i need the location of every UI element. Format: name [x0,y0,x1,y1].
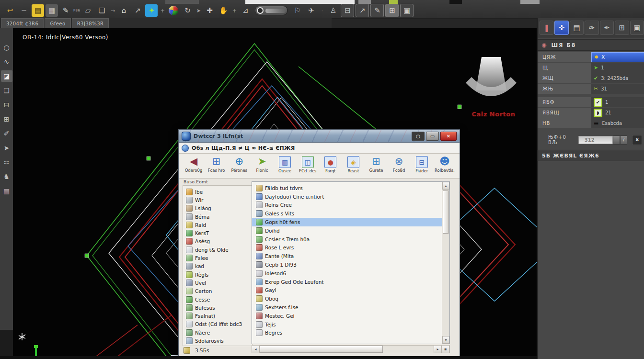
scrollbar-thumb[interactable] [443,191,449,234]
brush-tool-icon[interactable]: ✐ [1,128,12,139]
measure-icon[interactable]: ⊿ [239,4,252,17]
rotate-icon[interactable]: ↻ [181,4,194,17]
property-row-1[interactable]: Щ➤1 [538,63,644,73]
hscrollbar-thumb[interactable] [260,346,383,353]
property-row-6[interactable]: НВ▬Csabcda [538,118,644,128]
color-sphere-icon[interactable] [169,6,178,15]
dialog-tool-ousee[interactable]: ▥Ousee [274,155,296,173]
dot-icon[interactable]: · [319,4,325,17]
list-item[interactable]: Certon [185,287,252,295]
page-tool-icon[interactable]: ❏ [1,85,12,96]
horizontal-scrollbar[interactable]: ◂ ▸ ▪ [252,345,450,353]
leaf-button-icon[interactable]: ✦ [145,4,158,17]
brush-icon[interactable]: ✑ [585,21,598,35]
property-value[interactable]: ✔3: 2425bda [591,73,644,83]
panel-icon[interactable]: ▣ [630,21,644,35]
circle-tool-icon[interactable]: ○ [1,42,12,53]
arrow-tool-icon[interactable]: ➤ [1,142,12,154]
list-item[interactable]: Fäidb tud tdvrs [252,184,442,192]
list-item[interactable]: Fsalnat) [185,312,252,320]
list-item[interactable]: Règls [185,270,252,279]
marker-tool-icon[interactable]: ◪ [1,70,12,82]
list-item[interactable]: Gales s Vits [252,209,442,218]
window-maximize-button[interactable]: ▭ [426,132,439,141]
red-block-icon[interactable]: ❚ [540,21,553,35]
list-item[interactable]: deng t& Olde [185,246,252,254]
pages-icon[interactable]: ⊞ [615,21,629,35]
edit-box-icon[interactable]: ✎ [370,4,384,17]
property-row-5[interactable]: ЯВЯЩ◗21 [538,108,644,118]
scroll-left-button[interactable]: ◂ [252,346,260,353]
list-item[interactable]: Lsiáog [185,204,252,213]
list-item[interactable]: Iolesod6 [252,269,442,278]
list-item[interactable]: Fslee [185,254,252,262]
panel-section-header[interactable]: 5Б ЖЄВЯL ЄЯЖ6 [538,150,644,161]
vertical-scrollbar[interactable]: ▴ ▾ [442,182,449,344]
property-value[interactable]: ◗21 [591,108,644,118]
minus-icon[interactable]: ─ [18,4,30,17]
document-tab-2[interactable]: R3J38%3R [72,18,109,28]
sheet-icon[interactable]: ❏ [95,4,108,17]
property-row-2[interactable]: ЖЩ✔3: 2425bda [538,73,644,83]
dialog-tool-gurete[interactable]: ⊞Gurete [365,155,387,173]
list-item[interactable]: Ibe [185,188,252,196]
scroll-down-button[interactable]: ▾ [442,336,449,344]
image-box-icon[interactable]: ▣ [400,4,414,17]
list-item[interactable]: Nàere [185,328,252,337]
list-item[interactable]: KersT [185,229,252,237]
layers-box-icon[interactable]: ⊞ [385,4,399,17]
dialog-tool-flonlc[interactable]: ➤Flonlc [251,155,273,173]
copy-tool-icon[interactable]: ⊞ [1,113,12,125]
dialog-tool-fi-der[interactable]: ⊟Fiáder [411,155,433,173]
window-close-button[interactable]: ✕ [440,132,457,141]
scroll-right-button[interactable]: ▸ [434,346,441,353]
tool-icon[interactable]: ↗ [131,4,144,17]
list-item[interactable]: Béma [185,213,252,221]
list-item[interactable]: Rose L evrs [252,244,442,252]
plus2-icon[interactable]: + [231,4,238,17]
save-icon[interactable]: ▤ [32,4,44,17]
list-item[interactable]: Tejis [252,320,442,329]
dialog-tool-fco8d[interactable]: ⊗Fco8d [388,155,410,173]
list-item[interactable]: Oboq [252,294,442,303]
list-item[interactable]: Cesse [185,295,252,303]
dialog-tool-reast[interactable]: ◈Reast [342,155,364,173]
list-item[interactable]: Eante (Mita [252,252,442,260]
plus-icon[interactable]: + [159,4,166,17]
item-list[interactable]: Fäidb tud tdvrsDayfoduo) Cine u.ntiortRe… [252,181,450,344]
property-row-3[interactable]: ЖЊ✂31 [538,84,644,94]
list-item[interactable]: Raid [185,221,252,229]
dialog-tool-fcd-dcs[interactable]: ◫FCd .dcs [297,155,319,173]
command-input-fragment[interactable] [245,0,355,4]
folder-icon[interactable]: ▱ [81,4,94,17]
table-tool-icon[interactable]: ▦ [1,185,12,197]
list-item[interactable]: Bufesus [185,303,252,312]
list-item[interactable]: Reins Cree [252,201,442,210]
move-cross-icon[interactable]: ✚ [203,4,216,17]
property-value[interactable]: ✂31 [591,84,644,94]
undo-arrow-icon[interactable]: ↩ [4,4,16,17]
arrow-right-icon[interactable]: → [109,4,116,17]
rect-tool-icon[interactable]: ⊟ [1,99,12,111]
ruler-tool-icon[interactable]: ≍ [1,157,12,168]
list-item[interactable]: Uvel [185,279,252,287]
list-item[interactable]: Ccsler s Trem h0a [252,235,442,244]
list-item[interactable]: Exrep Ged Ode Leufent [252,278,442,286]
list-item[interactable]: Doihd [252,226,442,235]
property-row-4[interactable]: ЯБФ✔1 [538,97,644,107]
document-tab-0[interactable]: 3204ft ¢3R6 [1,18,44,28]
pen-icon[interactable]: ✒ [600,21,614,35]
property-value[interactable]: ✹X [591,52,644,62]
figure-icon[interactable]: ♙ [327,4,339,17]
pencil-icon[interactable]: ✎ [59,4,72,17]
window-help-button[interactable]: ○ [412,132,425,141]
property-value[interactable]: ▬Csabcda [591,118,644,128]
scroll-up-button[interactable]: ▴ [442,182,449,190]
dialog-titlebar[interactable]: Dwtccr 3 lLfn(st ○ ▭ ✕ [179,130,460,143]
spline-tool-icon[interactable]: ∿ [1,56,12,67]
list-item[interactable]: Asésg [185,237,252,246]
list-item[interactable]: Gayl [252,286,442,295]
document-tab-1[interactable]: Gfeeo [45,18,70,28]
list-item[interactable]: Mestec. Gei [252,312,442,320]
list-item[interactable]: Dayfoduo) Cine u.ntiort [252,192,442,201]
